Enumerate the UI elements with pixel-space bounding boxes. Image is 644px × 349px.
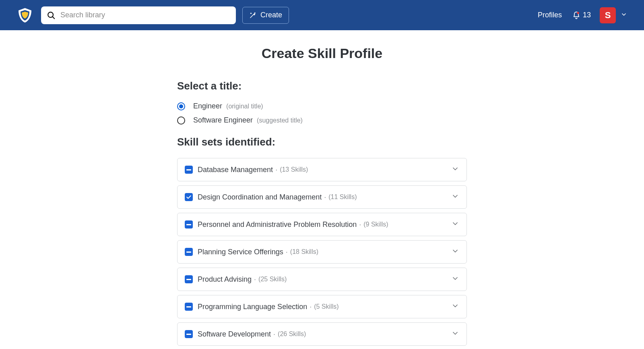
chevron-down-icon[interactable] [451,329,459,339]
skill-set-row[interactable]: Product Advising·(25 Skills) [177,268,467,291]
main-content: Create Skill Profile Select a title: Eng… [177,30,467,349]
chevron-down-icon[interactable] [451,192,459,202]
skill-set-name: Database Management [198,166,273,174]
checkbox-indeterminate-icon[interactable] [185,220,193,229]
separator-dot: · [273,330,275,339]
account-menu-caret[interactable] [621,11,627,19]
title-option-engineer[interactable]: Engineer (original title) [177,102,467,110]
title-option-hint: (original title) [226,103,263,110]
checkbox-indeterminate-icon[interactable] [185,275,193,283]
checkbox-indeterminate-icon[interactable] [185,303,193,311]
avatar[interactable]: S [600,7,616,23]
skill-set-row[interactable]: Design Coordination and Management·(11 S… [177,185,467,209]
app-header: Create Profiles 13 S [0,0,644,30]
app-logo [17,7,33,23]
search-input-wrapper[interactable] [41,6,236,24]
title-option-hint: (suggested title) [257,117,303,124]
title-option-label: Software Engineer [193,116,253,125]
checkbox-indeterminate-icon[interactable] [185,248,193,256]
chevron-down-icon[interactable] [451,274,459,284]
chevron-down-icon[interactable] [451,165,459,174]
chevron-down-icon[interactable] [451,247,459,257]
skill-set-count: (25 Skills) [258,276,287,283]
title-option-label: Engineer [193,102,222,110]
separator-dot: · [286,248,288,256]
skill-set-name: Planning Service Offerings [198,248,283,256]
skill-set-name: Design Coordination and Management [198,193,322,202]
create-button-label: Create [260,11,282,19]
skill-set-count: (18 Skills) [290,248,318,256]
chevron-down-icon[interactable] [451,302,459,312]
separator-dot: · [275,166,277,174]
skill-set-count: (9 Skills) [363,221,388,228]
skill-set-name: Product Advising [198,275,252,284]
select-title-label: Select a title: [177,80,467,92]
checkbox-checked-icon[interactable] [185,193,193,201]
radio-unselected-icon [177,116,185,125]
svg-line-1 [52,17,54,19]
separator-dot: · [359,220,361,229]
profiles-link[interactable]: Profiles [538,11,562,19]
skill-set-row[interactable]: Personnel and Administrative Problem Res… [177,213,467,236]
radio-selected-icon [177,102,185,110]
magic-wand-icon [249,12,256,19]
separator-dot: · [254,275,256,284]
skill-set-count: (11 Skills) [328,193,357,201]
separator-dot: · [324,193,326,202]
create-button[interactable]: Create [242,7,289,24]
skill-set-row[interactable]: Database Management·(13 Skills) [177,158,467,181]
separator-dot: · [310,303,312,311]
search-input[interactable] [60,11,230,19]
checkbox-indeterminate-icon[interactable] [185,330,193,338]
avatar-letter: S [605,10,611,21]
skill-set-count: (13 Skills) [280,166,308,173]
chevron-down-icon [621,11,627,18]
skill-sets-label: Skill sets identified: [177,136,467,148]
search-icon [47,11,56,20]
skill-set-row[interactable]: Programming Language Selection·(5 Skills… [177,295,467,318]
page-title: Create Skill Profile [177,46,467,61]
bell-icon [572,11,580,19]
title-option-software-engineer[interactable]: Software Engineer (suggested title) [177,116,467,125]
skill-set-name: Personnel and Administrative Problem Res… [198,220,357,229]
notifications-button[interactable]: 13 [572,11,591,19]
skill-set-name: Software Development [198,330,271,339]
skill-set-name: Programming Language Selection [198,303,307,311]
svg-point-2 [577,12,579,14]
skill-set-row[interactable]: Planning Service Offerings·(18 Skills) [177,240,467,264]
skill-set-count: (26 Skills) [278,330,306,338]
notification-count: 13 [583,11,591,19]
skill-set-row[interactable]: Software Development·(26 Skills) [177,322,467,346]
chevron-down-icon[interactable] [451,220,459,229]
checkbox-indeterminate-icon[interactable] [185,166,193,174]
skill-set-count: (5 Skills) [314,303,339,310]
